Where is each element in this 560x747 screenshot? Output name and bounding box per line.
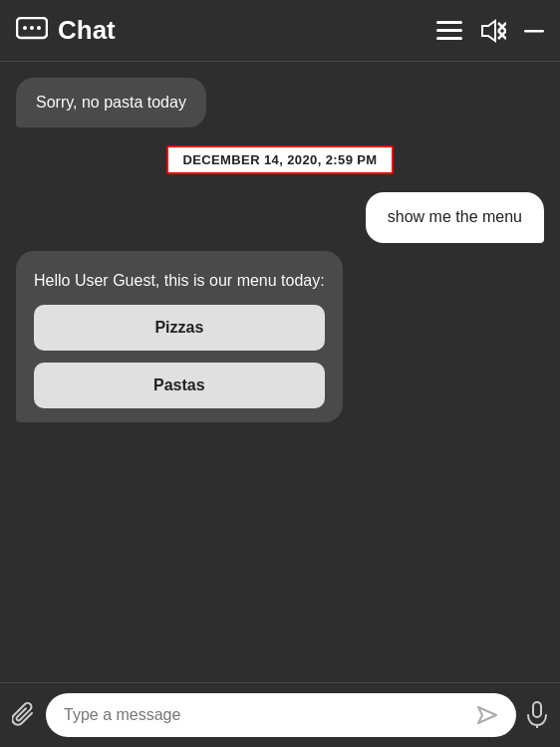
chat-area: Sorry, no pasta today DECEMBER 14, 2020,…: [0, 62, 560, 682]
svg-rect-6: [436, 37, 462, 40]
input-bar: [0, 682, 560, 747]
message-input[interactable]: [64, 706, 476, 724]
bot-card: Hello User Guest, this is our menu today…: [16, 251, 343, 422]
svg-rect-12: [524, 30, 544, 33]
header-actions: [436, 19, 544, 43]
header-title-area: Chat: [16, 15, 436, 46]
svg-point-3: [37, 26, 41, 30]
svg-point-2: [30, 26, 34, 30]
send-icon[interactable]: [476, 705, 498, 725]
chat-bubble-icon: [16, 17, 48, 45]
svg-point-1: [23, 26, 27, 30]
date-separator: DECEMBER 14, 2020, 2:59 PM: [166, 145, 393, 174]
svg-rect-4: [436, 21, 462, 24]
svg-marker-7: [482, 21, 495, 41]
menu-button-pizzas[interactable]: Pizzas: [34, 305, 325, 351]
bot-card-text: Hello User Guest, this is our menu today…: [34, 269, 325, 293]
svg-rect-13: [533, 702, 541, 717]
attach-icon[interactable]: [12, 701, 36, 729]
app-title: Chat: [58, 15, 116, 46]
menu-button-pastas[interactable]: Pastas: [34, 363, 325, 408]
message-received-1: Sorry, no pasta today: [16, 78, 206, 127]
date-separator-text: DECEMBER 14, 2020, 2:59 PM: [166, 145, 393, 174]
microphone-icon[interactable]: [526, 701, 548, 729]
minimize-icon[interactable]: [524, 29, 544, 33]
menu-icon[interactable]: [436, 21, 462, 41]
mute-icon[interactable]: [480, 19, 506, 43]
message-input-wrapper[interactable]: [46, 693, 516, 737]
svg-rect-5: [436, 29, 462, 32]
app-header: Chat: [0, 0, 560, 62]
message-sent-1: show me the menu: [366, 192, 544, 242]
